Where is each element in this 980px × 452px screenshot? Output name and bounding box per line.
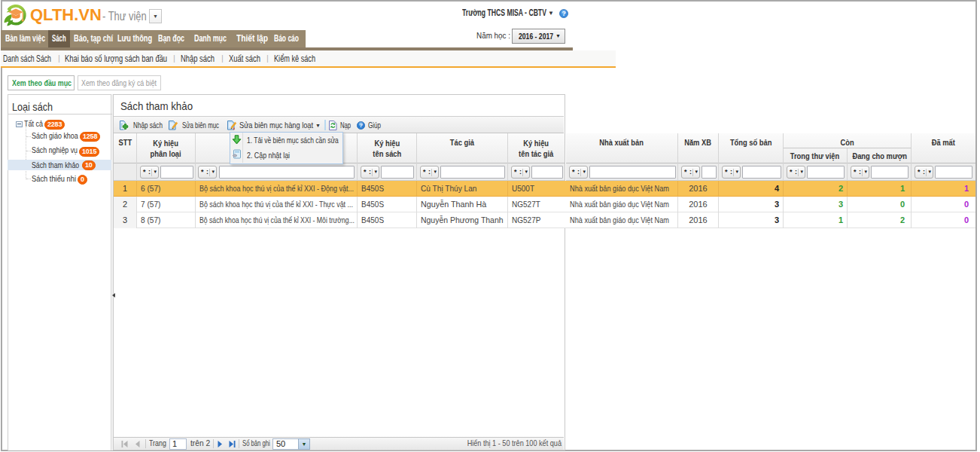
svg-text:?: ? <box>359 122 363 129</box>
svg-text:?: ? <box>562 10 565 17</box>
